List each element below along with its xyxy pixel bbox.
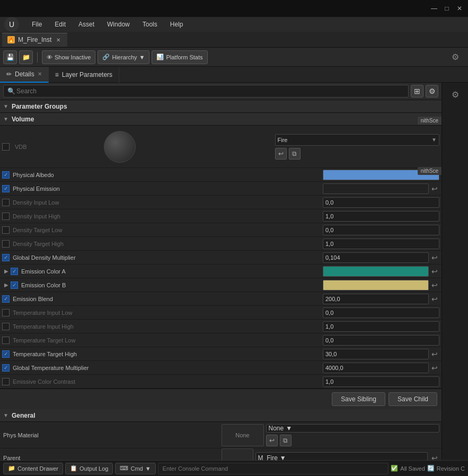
- hierarchy-arrow: ▼: [139, 54, 145, 60]
- menu-file[interactable]: File: [30, 20, 44, 29]
- menu-tools[interactable]: Tools: [140, 20, 160, 29]
- global-density-multiplier-input[interactable]: [323, 252, 429, 263]
- vdb-sphere: [104, 131, 136, 163]
- content-drawer-button[interactable]: 📁 Content Drawer: [3, 463, 63, 474]
- browse-button[interactable]: 📁: [19, 50, 33, 64]
- vdb-copy-button[interactable]: ⧉: [289, 148, 301, 160]
- global-temperature-multiplier-reset[interactable]: ↩: [430, 363, 439, 373]
- phys-reset-button[interactable]: ↩: [266, 435, 278, 446]
- save-sibling-button[interactable]: Save Sibling: [332, 392, 385, 406]
- parameter-groups-header[interactable]: ▼ Parameter Groups: [0, 100, 441, 113]
- vdb-checkbox[interactable]: [2, 143, 10, 151]
- maximize-button[interactable]: □: [443, 4, 451, 13]
- physical-emission-reset[interactable]: ↩: [430, 184, 439, 193]
- vdb-controls: Fire ▼ ↩ ⧉: [275, 134, 440, 160]
- general-title: General: [12, 412, 36, 419]
- density-input-high-checkbox[interactable]: [2, 213, 10, 220]
- emission-color-a-expand[interactable]: ▶: [2, 267, 11, 276]
- menu-edit[interactable]: Edit: [52, 20, 68, 29]
- temperature-input-high-row: Temperature Input High: [0, 320, 441, 333]
- temperature-input-low-input[interactable]: [323, 307, 439, 318]
- show-inactive-button[interactable]: 👁 Show Inactive: [42, 50, 95, 64]
- platform-stats-button[interactable]: 📊 Platform Stats: [152, 50, 207, 64]
- emissive-color-contrast-input[interactable]: [323, 376, 439, 387]
- details-label: Details: [15, 70, 34, 78]
- emission-color-a-reset[interactable]: ↩: [430, 267, 439, 276]
- physical-albedo-label: Physical Albedo: [12, 172, 323, 178]
- parent-dropdown-text: M_Fire: [258, 454, 278, 461]
- emission-color-b-swatch[interactable]: [323, 280, 429, 290]
- vdb-reset-button[interactable]: ↩: [275, 148, 287, 160]
- density-input-high-input[interactable]: [323, 211, 439, 222]
- emission-color-b-expand[interactable]: ▶: [2, 281, 11, 289]
- emission-color-b-checkbox[interactable]: [11, 281, 18, 289]
- global-density-multiplier-reset[interactable]: ↩: [430, 253, 439, 262]
- density-input-low-checkbox[interactable]: [2, 199, 10, 206]
- menu-window[interactable]: Window: [105, 20, 132, 29]
- output-log-button[interactable]: 📋 Output Log: [65, 463, 113, 474]
- save-button[interactable]: 💾: [3, 50, 17, 64]
- temperature-target-low-input[interactable]: [323, 335, 439, 346]
- menu-help[interactable]: Help: [168, 20, 186, 29]
- toolbar: 💾 📁 👁 Show Inactive 🔗 Hierarchy ▼ 📊 Plat…: [0, 48, 468, 67]
- tab-m-fire-inst[interactable]: 🔥 M_Fire_Inst ✕: [2, 33, 67, 47]
- temperature-input-high-input[interactable]: [323, 321, 439, 332]
- close-button[interactable]: ✕: [455, 4, 464, 13]
- settings-icon-btn[interactable]: ⚙: [446, 48, 465, 67]
- density-target-high-checkbox[interactable]: [2, 240, 10, 248]
- phys-dropdown-arrow: ▼: [286, 425, 292, 432]
- global-temperature-multiplier-input[interactable]: [323, 363, 429, 373]
- phys-none-area: None: [222, 424, 264, 446]
- volume-header[interactable]: ▼ Volume: [0, 113, 441, 126]
- physical-emission-checkbox[interactable]: [2, 185, 10, 192]
- emissive-color-contrast-checkbox[interactable]: [2, 378, 10, 385]
- temperature-input-high-checkbox[interactable]: [2, 323, 10, 330]
- minimize-button[interactable]: —: [430, 4, 438, 13]
- search-row: 🔍: [3, 85, 409, 98]
- temperature-target-high-checkbox[interactable]: [2, 350, 10, 358]
- parent-reset[interactable]: ↩: [430, 453, 439, 461]
- temperature-target-low-checkbox[interactable]: [2, 337, 10, 344]
- emission-blend-reset[interactable]: ↩: [430, 294, 439, 304]
- save-child-button[interactable]: Save Child: [388, 392, 437, 406]
- scroll-content[interactable]: ▼ Parameter Groups ▼ Volume VDB: [0, 100, 441, 460]
- temperature-input-high-value: [323, 321, 439, 332]
- density-target-low-input[interactable]: [323, 225, 439, 235]
- cmd-button[interactable]: ⌨ Cmd ▼: [115, 463, 155, 474]
- general-header[interactable]: ▼ General: [0, 409, 441, 422]
- temperature-input-low-checkbox[interactable]: [2, 309, 10, 316]
- emission-color-a-swatch[interactable]: [323, 266, 429, 277]
- right-panel-settings[interactable]: ⚙: [446, 85, 465, 104]
- emission-color-b-reset[interactable]: ↩: [430, 280, 439, 290]
- global-density-multiplier-value: ↩: [323, 252, 439, 263]
- phys-copy-button[interactable]: ⧉: [280, 435, 292, 446]
- hierarchy-button[interactable]: 🔗 Hierarchy ▼: [98, 50, 149, 64]
- global-density-multiplier-checkbox[interactable]: [2, 254, 10, 261]
- global-temperature-multiplier-checkbox[interactable]: [2, 364, 10, 372]
- emission-color-a-checkbox[interactable]: [11, 268, 18, 275]
- menu-asset[interactable]: Asset: [76, 20, 96, 29]
- physical-albedo-checkbox[interactable]: [2, 171, 10, 179]
- density-input-low-input[interactable]: [323, 197, 439, 208]
- emission-blend-input[interactable]: [323, 294, 429, 304]
- temperature-target-high-input[interactable]: [323, 349, 429, 359]
- parent-dropdown[interactable]: M_Fire ▼: [255, 452, 428, 461]
- density-target-low-checkbox[interactable]: [2, 226, 10, 234]
- vdb-dropdown[interactable]: Fire ▼: [275, 134, 440, 146]
- smith-label-1: nithSce: [418, 117, 441, 125]
- phys-dropdown[interactable]: None ▼: [266, 424, 440, 433]
- density-target-high-input[interactable]: [323, 239, 439, 249]
- details-close[interactable]: ✕: [38, 71, 42, 77]
- density-input-low-value: [323, 197, 439, 208]
- grid-view-button[interactable]: ⊞: [411, 85, 423, 98]
- tab-close-button[interactable]: ✕: [55, 36, 62, 43]
- emission-blend-checkbox[interactable]: [2, 295, 10, 303]
- physical-emission-swatch[interactable]: [323, 183, 429, 194]
- search-input[interactable]: [3, 85, 409, 98]
- tab-layer-params[interactable]: ≡ Layer Parameters: [49, 67, 119, 83]
- temperature-target-low-label: Temperature Target Low: [12, 337, 323, 343]
- console-input[interactable]: [158, 463, 389, 474]
- temperature-target-high-reset[interactable]: ↩: [430, 349, 439, 359]
- settings-view-button[interactable]: ⚙: [426, 85, 438, 98]
- tab-details[interactable]: ✏ Details ✕: [0, 67, 49, 83]
